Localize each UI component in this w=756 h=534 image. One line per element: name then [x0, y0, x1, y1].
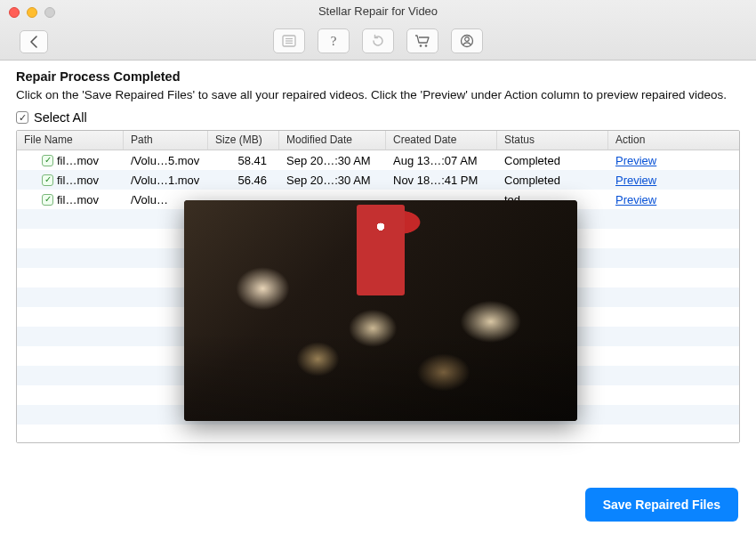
cell-modified: Sep 20…:30 AM	[279, 171, 386, 190]
row-checkbox[interactable]: ✓	[42, 174, 53, 186]
col-file-name[interactable]: File Name	[17, 131, 124, 150]
col-created[interactable]: Created Date	[386, 131, 497, 150]
cell-size: 58.41	[208, 151, 279, 170]
cell-path: /Volu…1.mov	[124, 171, 208, 190]
footer: Save Repaired Files	[585, 488, 738, 522]
help-icon[interactable]: ?	[318, 28, 350, 53]
list-icon[interactable]	[273, 28, 305, 53]
cell-file-name: fil…mov	[57, 174, 99, 187]
col-status[interactable]: Status	[497, 131, 608, 150]
cell-file-name: fil…mov	[57, 154, 99, 167]
col-path[interactable]: Path	[124, 131, 208, 150]
video-preview-popup[interactable]	[184, 200, 577, 421]
refresh-icon[interactable]	[362, 28, 394, 53]
table-header: File Name Path Size (MB) Modified Date C…	[17, 131, 739, 150]
cell-modified: Sep 20…:30 AM	[279, 151, 386, 170]
titlebar: Stellar Repair for Video ?	[0, 0, 756, 61]
minimize-window-icon[interactable]	[27, 7, 37, 18]
preview-link[interactable]: Preview	[615, 174, 656, 187]
video-preview-thumbnail	[184, 200, 577, 421]
cell-size: 56.46	[208, 171, 279, 190]
select-all-label: Select All	[34, 110, 87, 125]
col-action[interactable]: Action	[608, 131, 739, 150]
select-all-row[interactable]: ✓ Select All	[16, 110, 740, 125]
user-icon[interactable]	[451, 28, 483, 53]
page-subtext: Click on the 'Save Repaired Files' to sa…	[16, 87, 740, 103]
preview-link[interactable]: Preview	[615, 193, 656, 206]
col-size[interactable]: Size (MB)	[208, 131, 279, 150]
page-heading: Repair Process Completed	[16, 69, 740, 84]
table-row-empty	[17, 425, 739, 443]
save-repaired-files-button[interactable]: Save Repaired Files	[585, 488, 738, 522]
table-row[interactable]: ✓fil…mov/Volu…5.mov58.41Sep 20…:30 AMAug…	[17, 150, 739, 170]
svg-text:?: ?	[331, 34, 337, 48]
row-checkbox[interactable]: ✓	[42, 194, 53, 206]
cart-icon[interactable]	[406, 28, 438, 53]
window-controls	[9, 7, 55, 18]
cell-file-name: fil…mov	[57, 193, 99, 206]
cell-created: Aug 13…:07 AM	[386, 151, 497, 170]
table-row[interactable]: ✓fil…mov/Volu…1.mov56.46Sep 20…:30 AMNov…	[17, 170, 739, 190]
col-modified[interactable]: Modified Date	[279, 131, 386, 150]
toolbar: ?	[0, 28, 756, 53]
cell-created: Nov 18…:41 PM	[386, 171, 497, 190]
close-window-icon[interactable]	[9, 7, 20, 18]
svg-point-5	[420, 44, 422, 47]
svg-point-8	[465, 37, 470, 42]
cell-status: Completed	[497, 171, 608, 190]
row-checkbox[interactable]: ✓	[42, 155, 53, 166]
cell-path: /Volu…5.mov	[124, 151, 208, 170]
app-title: Stellar Repair for Video	[0, 0, 756, 18]
svg-point-6	[425, 44, 428, 47]
select-all-checkbox[interactable]: ✓	[16, 111, 28, 124]
zoom-window-icon[interactable]	[44, 7, 55, 18]
cell-status: Completed	[497, 151, 608, 170]
preview-link[interactable]: Preview	[615, 154, 656, 167]
